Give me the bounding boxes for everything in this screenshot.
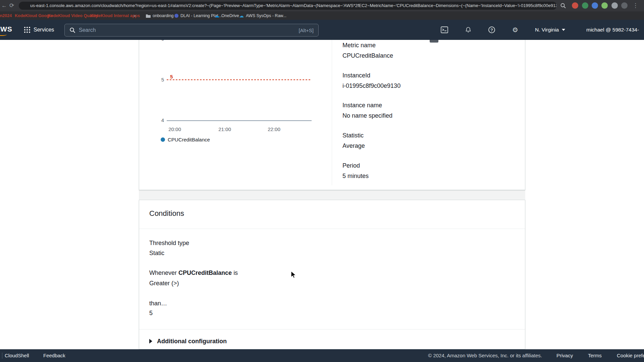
detail-label: Statistic [342, 132, 365, 139]
privacy-link[interactable]: Privacy [556, 349, 573, 362]
x-axis-tick: 22:00 [263, 127, 285, 132]
mouse-cursor [290, 271, 298, 280]
settings-gear-icon[interactable]: ⚙ [511, 26, 519, 34]
chevron-down-icon [562, 29, 565, 31]
legend-color-dot [161, 137, 165, 142]
detail-label: Instance name [342, 102, 392, 109]
y-axis-tick: 5 [154, 77, 164, 82]
extension-icon[interactable] [572, 2, 578, 9]
cloudshell-icon[interactable] [440, 26, 448, 34]
alarm-threshold-line [167, 79, 312, 80]
cloud-icon: ☁ [239, 14, 244, 18]
panel-divider [332, 40, 332, 185]
comparison-operator-value: Greater (>) [149, 280, 179, 287]
metric-detail: InstanceId i-01995c8f9c00e9130 [342, 72, 400, 89]
bookmarks-overflow-chevron[interactable]: » [133, 11, 136, 20]
region-label: N. Virginia [535, 27, 559, 33]
bookmark-item[interactable]: KodeKloud Google [15, 11, 53, 20]
detail-value: 5 minutes [342, 172, 369, 180]
search-shortcut-hint: [Alt+S] [299, 27, 314, 33]
threshold-number-value: 5 [149, 309, 153, 317]
threshold-type-label: Threshold type [149, 239, 189, 247]
help-icon[interactable]: ? [488, 26, 496, 34]
legend-label: CPUCreditBalance [168, 137, 210, 142]
conditions-card: Conditions Threshold type Static Wheneve… [139, 200, 525, 349]
than-label: than… [149, 300, 167, 307]
bookmark-item[interactable]: ☁ AWS SysOps - Raw... [239, 11, 286, 20]
x-axis-tick: 20:00 [164, 127, 186, 132]
bookmark-item[interactable]: ☁ OneDrive [215, 11, 239, 20]
metric-series-line [167, 120, 312, 121]
browser-back-icon[interactable]: ← [1, 0, 7, 11]
aws-logo[interactable]: AWS [0, 25, 12, 33]
toolbar-search-icon[interactable] [560, 3, 566, 9]
cloudshell-button[interactable]: CloudShell [5, 349, 29, 362]
extension-icon[interactable] [582, 2, 588, 9]
threshold-type-value: Static [149, 249, 164, 257]
footer-separator [2, 353, 2, 359]
expand-triangle-icon [149, 339, 152, 344]
detail-label: Period [342, 162, 369, 169]
address-bar[interactable]: us-east-1.console.aws.amazon.com/cloudwa… [19, 2, 557, 10]
x-axis-tick: 21:00 [214, 127, 236, 132]
console-footer: CloudShell Feedback © 2024, Amazon Web S… [0, 349, 644, 362]
metric-preview-card: 6 5 4 5 20:00 21:00 22:00 CPUCreditBalan… [139, 40, 525, 190]
extension-icon[interactable] [611, 2, 618, 9]
bookmark-item[interactable]: on2024 [0, 11, 12, 20]
page-content: 6 5 4 5 20:00 21:00 22:00 CPUCreditBalan… [0, 0, 644, 362]
account-label: michael @ 5982-7434- [586, 27, 639, 33]
detail-label: Metric name [342, 42, 393, 49]
favicon [174, 14, 178, 18]
extension-icon[interactable] [592, 2, 598, 9]
threshold-value-label: 5 [170, 74, 173, 79]
search-icon [69, 27, 75, 33]
region-selector[interactable]: N. Virginia [535, 20, 565, 40]
clipped-control [430, 40, 438, 43]
bookmark-label: onboarding [153, 13, 174, 18]
bookmark-label: OneDrive [221, 13, 239, 18]
metric-detail: Statistic Average [342, 132, 365, 149]
url-text: us-east-1.console.aws.amazon.com/cloudwa… [30, 3, 557, 8]
extension-icon[interactable] [601, 2, 608, 9]
feedback-button[interactable]: Feedback [43, 349, 65, 362]
bookmarks-bar: on2024 KodeKloud Google KodeKloud Video … [0, 11, 644, 20]
conditions-title: Conditions [149, 209, 184, 218]
y-axis-tick: 6 [154, 40, 164, 42]
aws-console-header: AWS Services [Alt+S] ? ⚙ N. Virginia mic… [0, 20, 644, 40]
browser-toolbar: ← ⟳ us-east-1.console.aws.amazon.com/clo… [0, 0, 644, 11]
console-search-bar[interactable]: [Alt+S] [64, 24, 319, 37]
additional-configuration-expander[interactable]: Additional configuration [149, 336, 227, 347]
terms-link[interactable]: Terms [588, 349, 602, 362]
copyright-text: © 2024, Amazon Web Services, Inc. or its… [428, 349, 542, 362]
section-divider [139, 329, 525, 329]
metric-detail: Instance name No name specified [342, 102, 392, 119]
aws-logo-swoosh [0, 33, 7, 36]
whenever-label: Whenever CPUCreditBalance is [149, 269, 238, 277]
section-divider [139, 229, 525, 229]
y-axis-tick: 4 [154, 118, 164, 123]
chevron-label: » [133, 13, 136, 18]
services-menu-button[interactable]: Services [24, 20, 54, 40]
extension-icon[interactable] [621, 2, 628, 9]
gear-glyph: ⚙ [512, 26, 518, 33]
detail-value: i-01995c8f9c00e9130 [342, 82, 400, 89]
legend-item[interactable]: CPUCreditBalance [161, 137, 210, 142]
browser-reload-icon[interactable]: ⟳ [9, 0, 14, 11]
bookmark-label: KodeKloud Internal apps [90, 13, 140, 18]
whenever-suffix: is [233, 269, 238, 276]
notifications-bell-icon[interactable] [464, 26, 472, 34]
search-input[interactable] [79, 27, 295, 33]
expander-label: Additional configuration [157, 338, 227, 345]
services-label: Services [34, 27, 54, 33]
bookmark-label: KodeKloud Google [15, 13, 53, 18]
bookmark-item[interactable]: KodeKloud Internal apps [90, 11, 140, 20]
bookmark-label: AWS SysOps - Raw... [246, 13, 286, 18]
metric-detail: Period 5 minutes [342, 162, 369, 180]
detail-value: Average [342, 142, 365, 149]
account-menu[interactable]: michael @ 5982-7434- [586, 20, 639, 40]
metric-detail: Metric name CPUCreditBalance [342, 42, 393, 59]
browser-menu-icon[interactable]: ⋮ [633, 0, 638, 11]
cookie-preferences-link[interactable]: Cookie preferences [617, 349, 644, 362]
bookmark-folder[interactable]: onboarding [146, 11, 174, 20]
detail-value: CPUCreditBalance [342, 52, 393, 59]
